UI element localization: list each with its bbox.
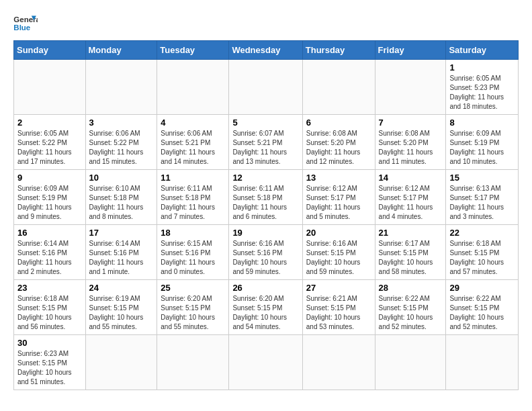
day-info: Sunrise: 6:05 AM Sunset: 5:22 PM Dayligh…: [17, 129, 82, 167]
calendar-cell: 14Sunrise: 6:12 AM Sunset: 5:17 PM Dayli…: [375, 170, 446, 225]
day-info: Sunrise: 6:17 AM Sunset: 5:15 PM Dayligh…: [379, 239, 443, 277]
day-info: Sunrise: 6:15 AM Sunset: 5:16 PM Dayligh…: [161, 239, 225, 277]
day-header-wednesday: Wednesday: [229, 41, 302, 60]
day-header-friday: Friday: [375, 41, 446, 60]
header: General Blue: [13, 13, 519, 34]
day-info: Sunrise: 6:05 AM Sunset: 5:23 PM Dayligh…: [449, 74, 515, 111]
day-number: 16: [17, 228, 82, 238]
calendar-cell: 13Sunrise: 6:12 AM Sunset: 5:17 PM Dayli…: [302, 170, 375, 225]
day-number: 13: [306, 173, 371, 183]
day-number: 3: [89, 118, 154, 128]
calendar-cell: 25Sunrise: 6:20 AM Sunset: 5:15 PM Dayli…: [157, 280, 229, 335]
day-number: 21: [379, 228, 443, 238]
calendar-cell: 24Sunrise: 6:19 AM Sunset: 5:15 PM Dayli…: [85, 280, 157, 335]
day-info: Sunrise: 6:10 AM Sunset: 5:18 PM Dayligh…: [89, 184, 154, 222]
day-info: Sunrise: 6:19 AM Sunset: 5:15 PM Dayligh…: [89, 294, 154, 332]
day-number: 7: [379, 118, 443, 128]
calendar-cell: 3Sunrise: 6:06 AM Sunset: 5:22 PM Daylig…: [85, 115, 157, 170]
calendar-cell: 10Sunrise: 6:10 AM Sunset: 5:18 PM Dayli…: [85, 170, 157, 225]
day-info: Sunrise: 6:08 AM Sunset: 5:20 PM Dayligh…: [306, 129, 371, 167]
day-number: 24: [89, 283, 154, 293]
calendar-week-3: 16Sunrise: 6:14 AM Sunset: 5:16 PM Dayli…: [14, 225, 519, 280]
calendar-cell: 19Sunrise: 6:16 AM Sunset: 5:16 PM Dayli…: [229, 225, 302, 280]
calendar-cell: 6Sunrise: 6:08 AM Sunset: 5:20 PM Daylig…: [302, 115, 375, 170]
calendar-cell: 7Sunrise: 6:08 AM Sunset: 5:20 PM Daylig…: [375, 115, 446, 170]
calendar-cell: [446, 335, 519, 390]
day-info: Sunrise: 6:22 AM Sunset: 5:15 PM Dayligh…: [379, 294, 443, 332]
day-number: 12: [232, 173, 298, 183]
calendar-cell: 18Sunrise: 6:15 AM Sunset: 5:16 PM Dayli…: [157, 225, 229, 280]
calendar-cell: 12Sunrise: 6:11 AM Sunset: 5:18 PM Dayli…: [229, 170, 302, 225]
day-info: Sunrise: 6:13 AM Sunset: 5:17 PM Dayligh…: [449, 184, 515, 222]
day-info: Sunrise: 6:06 AM Sunset: 5:21 PM Dayligh…: [161, 129, 225, 167]
calendar-cell: [157, 335, 229, 390]
calendar-week-4: 23Sunrise: 6:18 AM Sunset: 5:15 PM Dayli…: [14, 280, 519, 335]
calendar-cell: 21Sunrise: 6:17 AM Sunset: 5:15 PM Dayli…: [375, 225, 446, 280]
calendar-cell: 22Sunrise: 6:18 AM Sunset: 5:15 PM Dayli…: [446, 225, 519, 280]
calendar-cell: [85, 60, 157, 115]
day-info: Sunrise: 6:14 AM Sunset: 5:16 PM Dayligh…: [17, 239, 82, 277]
day-info: Sunrise: 6:09 AM Sunset: 5:19 PM Dayligh…: [17, 184, 82, 222]
calendar-cell: 27Sunrise: 6:21 AM Sunset: 5:15 PM Dayli…: [302, 280, 375, 335]
day-number: 23: [17, 283, 82, 293]
day-number: 28: [379, 283, 443, 293]
calendar-cell: 11Sunrise: 6:11 AM Sunset: 5:18 PM Dayli…: [157, 170, 229, 225]
calendar-cell: 8Sunrise: 6:09 AM Sunset: 5:19 PM Daylig…: [446, 115, 519, 170]
calendar-cell: [302, 60, 375, 115]
day-number: 19: [232, 228, 298, 238]
calendar-cell: [14, 60, 86, 115]
calendar-cell: [302, 335, 375, 390]
day-info: Sunrise: 6:07 AM Sunset: 5:21 PM Dayligh…: [232, 129, 298, 167]
day-header-monday: Monday: [85, 41, 157, 60]
calendar-cell: 20Sunrise: 6:16 AM Sunset: 5:15 PM Dayli…: [302, 225, 375, 280]
day-number: 6: [306, 118, 371, 128]
day-info: Sunrise: 6:23 AM Sunset: 5:15 PM Dayligh…: [17, 349, 82, 387]
calendar-cell: 5Sunrise: 6:07 AM Sunset: 5:21 PM Daylig…: [229, 115, 302, 170]
calendar-header-row: SundayMondayTuesdayWednesdayThursdayFrid…: [14, 41, 519, 60]
calendar-cell: 4Sunrise: 6:06 AM Sunset: 5:21 PM Daylig…: [157, 115, 229, 170]
calendar-cell: [229, 60, 302, 115]
calendar-table: SundayMondayTuesdayWednesdayThursdayFrid…: [13, 40, 519, 390]
day-info: Sunrise: 6:18 AM Sunset: 5:15 PM Dayligh…: [449, 239, 515, 277]
day-header-thursday: Thursday: [302, 41, 375, 60]
day-number: 20: [306, 228, 371, 238]
day-info: Sunrise: 6:08 AM Sunset: 5:20 PM Dayligh…: [379, 129, 443, 167]
calendar-week-1: 2Sunrise: 6:05 AM Sunset: 5:22 PM Daylig…: [14, 115, 519, 170]
calendar-week-2: 9Sunrise: 6:09 AM Sunset: 5:19 PM Daylig…: [14, 170, 519, 225]
day-info: Sunrise: 6:16 AM Sunset: 5:15 PM Dayligh…: [306, 239, 371, 277]
calendar-week-5: 30Sunrise: 6:23 AM Sunset: 5:15 PM Dayli…: [14, 335, 519, 390]
day-number: 27: [306, 283, 371, 293]
day-number: 22: [449, 228, 515, 238]
day-number: 18: [161, 228, 225, 238]
day-info: Sunrise: 6:11 AM Sunset: 5:18 PM Dayligh…: [161, 184, 225, 222]
calendar-cell: [229, 335, 302, 390]
day-info: Sunrise: 6:09 AM Sunset: 5:19 PM Dayligh…: [449, 129, 515, 167]
day-number: 4: [161, 118, 225, 128]
day-header-saturday: Saturday: [446, 41, 519, 60]
calendar-body: 1Sunrise: 6:05 AM Sunset: 5:23 PM Daylig…: [14, 60, 519, 390]
calendar-cell: [85, 335, 157, 390]
day-number: 1: [449, 62, 515, 73]
calendar-cell: 15Sunrise: 6:13 AM Sunset: 5:17 PM Dayli…: [446, 170, 519, 225]
day-number: 25: [161, 283, 225, 293]
calendar-cell: 29Sunrise: 6:22 AM Sunset: 5:15 PM Dayli…: [446, 280, 519, 335]
calendar-cell: 2Sunrise: 6:05 AM Sunset: 5:22 PM Daylig…: [14, 115, 86, 170]
day-info: Sunrise: 6:22 AM Sunset: 5:15 PM Dayligh…: [449, 294, 515, 332]
day-info: Sunrise: 6:06 AM Sunset: 5:22 PM Dayligh…: [89, 129, 154, 167]
calendar-cell: 1Sunrise: 6:05 AM Sunset: 5:23 PM Daylig…: [446, 60, 519, 115]
day-number: 2: [17, 118, 82, 128]
day-number: 30: [17, 338, 82, 348]
calendar-cell: 28Sunrise: 6:22 AM Sunset: 5:15 PM Dayli…: [375, 280, 446, 335]
day-info: Sunrise: 6:16 AM Sunset: 5:16 PM Dayligh…: [232, 239, 298, 277]
day-number: 9: [17, 173, 82, 183]
day-info: Sunrise: 6:21 AM Sunset: 5:15 PM Dayligh…: [306, 294, 371, 332]
calendar-cell: 23Sunrise: 6:18 AM Sunset: 5:15 PM Dayli…: [14, 280, 86, 335]
day-info: Sunrise: 6:12 AM Sunset: 5:17 PM Dayligh…: [379, 184, 443, 222]
calendar-cell: 16Sunrise: 6:14 AM Sunset: 5:16 PM Dayli…: [14, 225, 86, 280]
calendar-cell: 30Sunrise: 6:23 AM Sunset: 5:15 PM Dayli…: [14, 335, 86, 390]
day-header-tuesday: Tuesday: [157, 41, 229, 60]
day-number: 17: [89, 228, 154, 238]
day-number: 26: [232, 283, 298, 293]
calendar-week-0: 1Sunrise: 6:05 AM Sunset: 5:23 PM Daylig…: [14, 60, 519, 115]
calendar-cell: 26Sunrise: 6:20 AM Sunset: 5:15 PM Dayli…: [229, 280, 302, 335]
